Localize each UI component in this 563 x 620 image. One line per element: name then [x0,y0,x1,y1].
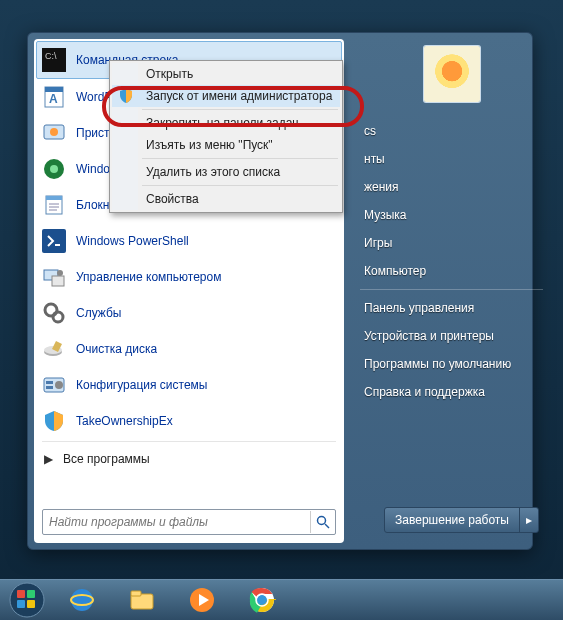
msconfig-icon [40,371,68,399]
right-link[interactable]: cs [350,117,553,145]
chevron-right-icon: ▶ [44,452,53,466]
user-avatar[interactable] [423,45,481,103]
separator [360,289,543,290]
media-center-icon [40,155,68,183]
notepad-icon [40,191,68,219]
separator [42,441,336,442]
right-link[interactable]: Панель управления [350,294,553,322]
right-link[interactable]: Компьютер [350,257,553,285]
svg-rect-36 [131,591,141,596]
svg-rect-29 [17,590,25,598]
program-item-powershell[interactable]: Windows PowerShell [36,223,342,259]
program-item-msconfig[interactable]: Конфигурация системы [36,367,342,403]
separator [142,185,338,186]
svg-text:A: A [49,92,58,106]
program-label: TakeOwnershipEx [76,414,173,428]
start-menu-right-pane: cs нты жения Музыка Игры Компьютер Панел… [350,39,553,543]
svg-line-27 [325,524,329,528]
search-icon[interactable] [310,511,335,533]
svg-point-25 [55,381,63,389]
shutdown-label: Завершение работы [385,508,520,532]
shield-icon [118,88,134,104]
right-link[interactable]: Музыка [350,201,553,229]
context-item-run-as-admin[interactable]: Запуск от имени администратора [112,85,340,107]
takeownership-icon [40,407,68,435]
taskbar-wmp[interactable] [174,582,230,618]
right-link[interactable]: Игры [350,229,553,257]
wordpad-icon: A [40,83,68,111]
svg-rect-16 [52,276,64,286]
computer-mgmt-icon [40,263,68,291]
svg-point-33 [71,589,93,611]
program-label: Службы [76,306,121,320]
program-label: Управление компьютером [76,270,221,284]
services-icon [40,299,68,327]
taskbar [0,579,563,620]
svg-point-8 [50,165,58,173]
context-item-remove-list[interactable]: Удалить из этого списка [112,161,340,183]
cmd-icon: C:\ [40,46,68,74]
svg-rect-23 [46,381,53,384]
program-item-services[interactable]: Службы [36,295,342,331]
all-programs[interactable]: ▶ Все программы [36,444,342,474]
all-programs-label: Все программы [63,452,150,466]
disk-cleanup-icon [40,335,68,363]
svg-rect-31 [17,600,25,608]
context-item-unpin-start[interactable]: Изъять из меню "Пуск" [112,134,340,156]
svg-point-6 [50,128,58,136]
svg-point-26 [318,517,326,525]
taskbar-ie[interactable] [54,582,110,618]
program-item-disk-cleanup[interactable]: Очистка диска [36,331,342,367]
search-input[interactable] [43,512,310,532]
right-link[interactable]: нты [350,145,553,173]
right-link[interactable]: жения [350,173,553,201]
svg-rect-10 [46,196,62,200]
context-item-properties[interactable]: Свойства [112,188,340,210]
shutdown-button[interactable]: Завершение работы ▸ [384,507,539,533]
separator [142,109,338,110]
program-item-takeownership[interactable]: TakeOwnershipEx [36,403,342,439]
context-item-open[interactable]: Открыть [112,63,340,85]
svg-point-40 [257,595,267,605]
getting-started-icon [40,119,68,147]
svg-rect-30 [27,590,35,598]
program-item-computer-mgmt[interactable]: Управление компьютером [36,259,342,295]
context-menu: Открыть Запуск от имени администратора З… [109,60,343,213]
separator [142,158,338,159]
svg-text:C:\: C:\ [45,51,57,61]
search-box[interactable] [42,509,336,535]
svg-point-17 [57,270,63,276]
right-link[interactable]: Программы по умолчанию [350,350,553,378]
program-label: Конфигурация системы [76,378,207,392]
svg-rect-24 [46,386,53,389]
taskbar-chrome[interactable] [234,582,290,618]
svg-rect-32 [27,600,35,608]
chevron-right-icon[interactable]: ▸ [520,508,538,532]
start-button[interactable] [4,581,50,619]
svg-point-28 [10,583,44,617]
program-label: Windows PowerShell [76,234,189,248]
right-link[interactable]: Устройства и принтеры [350,322,553,350]
context-item-pin-taskbar[interactable]: Закрепить на панели задач [112,112,340,134]
program-label: Очистка диска [76,342,157,356]
taskbar-explorer[interactable] [114,582,170,618]
svg-point-19 [53,312,63,322]
powershell-icon [40,227,68,255]
right-link[interactable]: Справка и поддержка [350,378,553,406]
